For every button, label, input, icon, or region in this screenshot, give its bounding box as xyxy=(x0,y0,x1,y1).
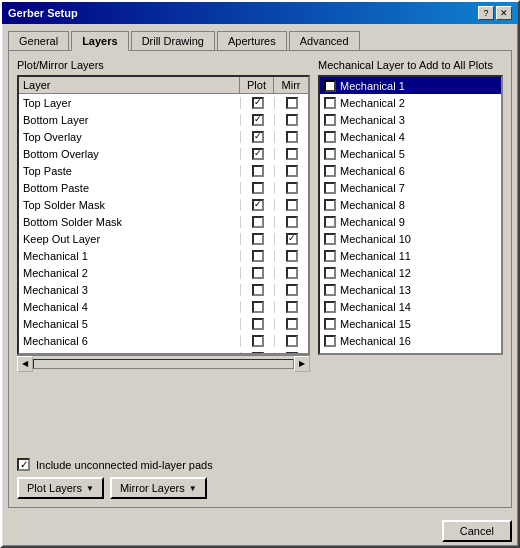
mirror-layers-button[interactable]: Mirror Layers ▼ xyxy=(110,477,207,499)
cancel-button[interactable]: Cancel xyxy=(442,520,512,542)
list-item[interactable]: Mechanical 1 xyxy=(320,77,501,94)
list-item[interactable]: Mechanical 9 xyxy=(320,213,501,230)
mech-item-checkbox[interactable] xyxy=(324,148,336,160)
mirror-checkbox[interactable] xyxy=(286,301,298,313)
mech-item-checkbox[interactable] xyxy=(324,301,336,313)
mech-item-checkbox[interactable] xyxy=(324,335,336,347)
list-item[interactable]: Mechanical 8 xyxy=(320,196,501,213)
mirror-checkbox[interactable] xyxy=(286,131,298,143)
plot-checkbox[interactable] xyxy=(252,216,264,228)
layer-name: Bottom Layer xyxy=(19,114,240,126)
list-item[interactable]: Mechanical 13 xyxy=(320,281,501,298)
layer-name: Bottom Paste xyxy=(19,182,240,194)
mirror-checkbox[interactable] xyxy=(286,352,298,354)
mirror-checkbox[interactable] xyxy=(286,97,298,109)
plot-checkbox[interactable] xyxy=(252,97,264,109)
plot-checkbox[interactable] xyxy=(252,233,264,245)
mech-item-label: Mechanical 6 xyxy=(340,165,405,177)
plot-checkbox[interactable] xyxy=(252,267,264,279)
scroll-left-arrow[interactable]: ◀ xyxy=(17,356,33,372)
col-plot: Plot xyxy=(240,77,274,93)
mirror-checkbox[interactable] xyxy=(286,335,298,347)
plot-layers-button[interactable]: Plot Layers ▼ xyxy=(17,477,104,499)
plot-checkbox[interactable] xyxy=(252,131,264,143)
mirror-checkbox[interactable] xyxy=(286,165,298,177)
mirror-checkbox[interactable] xyxy=(286,267,298,279)
tab-layers[interactable]: Layers xyxy=(71,31,128,51)
col-mirror: Mirr xyxy=(274,77,308,93)
col-layer: Layer xyxy=(19,77,240,93)
mech-item-checkbox[interactable] xyxy=(324,199,336,211)
list-item[interactable]: Mechanical 12 xyxy=(320,264,501,281)
mirror-layers-arrow: ▼ xyxy=(189,484,197,493)
mech-item-checkbox[interactable] xyxy=(324,182,336,194)
close-button[interactable]: ✕ xyxy=(496,6,512,20)
mech-item-checkbox[interactable] xyxy=(324,284,336,296)
list-item[interactable]: Mechanical 16 xyxy=(320,332,501,349)
tab-apertures[interactable]: Apertures xyxy=(217,31,287,51)
mirror-checkbox[interactable] xyxy=(286,233,298,245)
plot-checkbox[interactable] xyxy=(252,352,264,354)
mirror-checkbox[interactable] xyxy=(286,114,298,126)
mech-item-label: Mechanical 12 xyxy=(340,267,411,279)
mirror-checkbox[interactable] xyxy=(286,199,298,211)
list-item[interactable]: Mechanical 14 xyxy=(320,298,501,315)
plot-checkbox[interactable] xyxy=(252,335,264,347)
scroll-track[interactable] xyxy=(33,359,294,369)
layer-name: Mechanical 5 xyxy=(19,318,240,330)
plot-checkbox[interactable] xyxy=(252,301,264,313)
main-layout: Plot/Mirror Layers Layer Plot Mirr Top L… xyxy=(17,59,503,450)
list-item[interactable]: Mechanical 10 xyxy=(320,230,501,247)
list-item[interactable]: Mechanical 15 xyxy=(320,315,501,332)
plot-checkbox[interactable] xyxy=(252,148,264,160)
tab-bar: General Layers Drill Drawing Apertures A… xyxy=(8,30,512,50)
plot-checkbox[interactable] xyxy=(252,199,264,211)
mech-list[interactable]: Mechanical 1Mechanical 2Mechanical 3Mech… xyxy=(318,75,503,355)
mech-item-checkbox[interactable] xyxy=(324,233,336,245)
mech-item-checkbox[interactable] xyxy=(324,216,336,228)
plot-checkbox[interactable] xyxy=(252,114,264,126)
mech-item-checkbox[interactable] xyxy=(324,250,336,262)
mirror-checkbox[interactable] xyxy=(286,148,298,160)
list-item[interactable]: Mechanical 5 xyxy=(320,145,501,162)
mech-item-checkbox[interactable] xyxy=(324,97,336,109)
mech-item-checkbox[interactable] xyxy=(324,267,336,279)
horizontal-scrollbar[interactable]: ◀ ▶ xyxy=(17,355,310,371)
list-item[interactable]: Mechanical 7 xyxy=(320,179,501,196)
mech-item-label: Mechanical 16 xyxy=(340,335,411,347)
right-panel: Mechanical Layer to Add to All Plots Mec… xyxy=(318,59,503,450)
plot-checkbox[interactable] xyxy=(252,284,264,296)
layer-name: Mechanical 6 xyxy=(19,335,240,347)
scroll-right-arrow[interactable]: ▶ xyxy=(294,356,310,372)
tab-general[interactable]: General xyxy=(8,31,69,51)
help-button[interactable]: ? xyxy=(478,6,494,20)
mirror-checkbox[interactable] xyxy=(286,216,298,228)
mech-item-checkbox[interactable] xyxy=(324,80,336,92)
plot-checkbox[interactable] xyxy=(252,182,264,194)
tab-drill-drawing[interactable]: Drill Drawing xyxy=(131,31,215,51)
mirror-checkbox[interactable] xyxy=(286,182,298,194)
plot-checkbox[interactable] xyxy=(252,250,264,262)
plot-checkbox[interactable] xyxy=(252,165,264,177)
list-item[interactable]: Mechanical 2 xyxy=(320,94,501,111)
mirror-checkbox[interactable] xyxy=(286,284,298,296)
layer-name: Top Solder Mask xyxy=(19,199,240,211)
list-item[interactable]: Mechanical 4 xyxy=(320,128,501,145)
plot-mirror-label: Plot/Mirror Layers xyxy=(17,59,310,71)
layer-name: Bottom Overlay xyxy=(19,148,240,160)
mech-item-label: Mechanical 4 xyxy=(340,131,405,143)
mech-item-checkbox[interactable] xyxy=(324,318,336,330)
list-item[interactable]: Mechanical 3 xyxy=(320,111,501,128)
mech-item-checkbox[interactable] xyxy=(324,114,336,126)
layer-name: Mechanical 7 xyxy=(19,352,240,354)
plot-checkbox[interactable] xyxy=(252,318,264,330)
include-checkbox[interactable] xyxy=(17,458,30,471)
list-item[interactable]: Mechanical 11 xyxy=(320,247,501,264)
list-item[interactable]: Mechanical 6 xyxy=(320,162,501,179)
mirror-checkbox[interactable] xyxy=(286,318,298,330)
mech-item-label: Mechanical 9 xyxy=(340,216,405,228)
tab-advanced[interactable]: Advanced xyxy=(289,31,360,51)
mech-item-checkbox[interactable] xyxy=(324,131,336,143)
mirror-checkbox[interactable] xyxy=(286,250,298,262)
mech-item-checkbox[interactable] xyxy=(324,165,336,177)
